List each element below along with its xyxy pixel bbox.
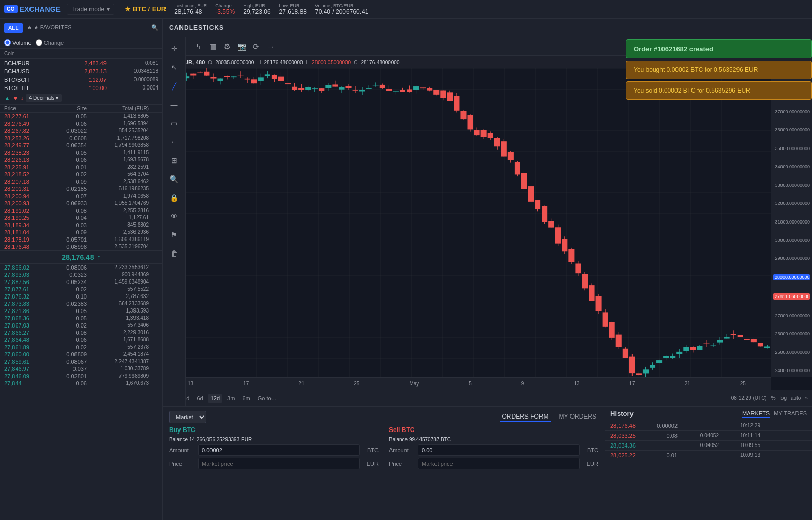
- measure-tool[interactable]: ⊞: [167, 153, 182, 168]
- lock-tool[interactable]: 🔒: [167, 190, 182, 205]
- ob-buy-row[interactable]: 27,873.830.02383664.2333689: [0, 300, 162, 307]
- ob-sell-row[interactable]: 28,181.040.092,536.2936: [0, 229, 162, 236]
- history-row[interactable]: 28,034.360.0405210:09:55: [605, 441, 812, 451]
- arrow-right-icon[interactable]: →: [264, 40, 277, 53]
- cursor-tool[interactable]: ↖: [167, 60, 182, 75]
- orders-form-tab[interactable]: ORDERS FORM: [500, 412, 551, 422]
- zoom-tool[interactable]: 🔍: [167, 172, 182, 186]
- back-tool[interactable]: ←: [167, 135, 182, 149]
- ob-buy-row[interactable]: 27,871.860.051,393.593: [0, 307, 162, 315]
- ob-sell-row[interactable]: 28,218.520.02564.3704: [0, 171, 162, 178]
- ob-sell-row[interactable]: 28,190.250.041,127.61: [0, 214, 162, 221]
- ob-sell-row[interactable]: 28,238.230.051,411.9115: [0, 149, 162, 156]
- coin-list-item[interactable]: BCH/EUR2,483.490.081: [0, 59, 162, 67]
- ob-sell-row[interactable]: 28,178.190.057011,606.4386119: [0, 236, 162, 243]
- price-level: 30000.00000000: [773, 237, 810, 243]
- change-radio-label[interactable]: Change: [36, 39, 64, 46]
- ob-sell-row[interactable]: 28,225.910.01282.2591: [0, 164, 162, 171]
- svg-rect-12: [197, 73, 203, 73]
- filter-icon-1[interactable]: ▲: [4, 95, 10, 102]
- pair-name[interactable]: ★ BTC / EUR: [125, 5, 167, 13]
- history-row[interactable]: 28,033.250.080.0405210:11:14: [605, 431, 812, 441]
- ob-buy-row[interactable]: 27,846.970.0371,030.33789: [0, 365, 162, 373]
- trade-mode-button[interactable]: Trade mode ▾: [67, 4, 114, 15]
- coin-list-item[interactable]: BCH/USD2,873.130.0348218: [0, 67, 162, 76]
- ob-buy-row[interactable]: 27,866.270.082,229.3016: [0, 329, 162, 336]
- tf-3m[interactable]: 3m: [224, 394, 237, 403]
- expand-icon[interactable]: »: [805, 395, 808, 401]
- ob-buy-row[interactable]: 27,868.360.051,393.418: [0, 315, 162, 322]
- ob-buy-row[interactable]: 27,859.610.080672,247.4341387: [0, 358, 162, 365]
- draw-rect-tool[interactable]: ▭: [167, 116, 182, 130]
- ob-buy-row[interactable]: 27,846.090.02801779.9689809: [0, 373, 162, 380]
- goto-button[interactable]: Go to...: [255, 394, 279, 403]
- time-label: 5: [469, 381, 472, 387]
- trash-tool[interactable]: 🗑: [167, 246, 182, 261]
- candle-chart-icon[interactable]: 🕯: [192, 40, 204, 53]
- ob-sell-row[interactable]: 28,276.490.061,696.5894: [0, 120, 162, 127]
- volume-radio[interactable]: [4, 39, 11, 46]
- history-row[interactable]: 28,176.480.0000210:12:29: [605, 421, 812, 431]
- tf-6m[interactable]: 6m: [239, 394, 252, 403]
- markets-tab[interactable]: MARKETS: [742, 410, 770, 418]
- draw-hline-tool[interactable]: —: [167, 97, 182, 112]
- sync-icon[interactable]: ⟳: [250, 40, 262, 53]
- ob-sell-row[interactable]: 28,201.310.02185616.1986235: [0, 185, 162, 192]
- ob-buy-row[interactable]: 27,860.000.088092,454.1874: [0, 351, 162, 358]
- change-label: Change: [215, 3, 235, 8]
- tf-6d[interactable]: 6d: [194, 394, 206, 403]
- ob-buy-row[interactable]: 27,876.320.102,787.632: [0, 293, 162, 300]
- sell-price-input[interactable]: [418, 458, 580, 469]
- ob-sell-row[interactable]: 28,200.940.071,974.0658: [0, 192, 162, 200]
- coin-list-item[interactable]: BTC/ETH100.000.0004: [0, 84, 162, 92]
- tf-12d[interactable]: 12d: [208, 394, 222, 403]
- ob-buy-row[interactable]: 27,864.480.061,671.8688: [0, 336, 162, 344]
- auto-button[interactable]: auto: [791, 395, 801, 401]
- ob-sell-row[interactable]: 28,189.340.03845.6802: [0, 221, 162, 229]
- ob-sell-row[interactable]: 28,207.180.092,538.6462: [0, 178, 162, 185]
- eye-tool[interactable]: 👁: [167, 209, 182, 224]
- svg-rect-32: [265, 74, 270, 76]
- log-button[interactable]: log: [780, 395, 787, 401]
- ob-sell-row[interactable]: 28,191.020.082,255.2816: [0, 207, 162, 214]
- ob-sell-row[interactable]: 28,176.480.089982,535.3196704: [0, 243, 162, 250]
- bar-chart-icon[interactable]: ▦: [206, 40, 219, 53]
- svg-rect-24: [238, 76, 244, 76]
- crosshair-tool[interactable]: ✛: [167, 41, 182, 56]
- draw-line-tool[interactable]: ╱: [167, 79, 182, 93]
- tab-all[interactable]: ALL: [4, 23, 23, 33]
- ob-buy-row[interactable]: 27,877.610.02557.5522: [0, 286, 162, 293]
- decimals-button[interactable]: 4 Decimals ▾: [26, 94, 62, 102]
- market-type-select[interactable]: Market: [169, 411, 206, 423]
- volume-radio-label[interactable]: Volume: [4, 39, 32, 46]
- ob-sell-row[interactable]: 28,226.130.061,693.5678: [0, 156, 162, 164]
- my-orders-tab[interactable]: MY ORDERS: [557, 412, 598, 422]
- my-trades-tab[interactable]: MY TRADES: [774, 410, 807, 418]
- filter-icon-3[interactable]: ↓: [21, 95, 24, 102]
- ob-buy-row[interactable]: 27,893.030.0323900.944869: [0, 271, 162, 278]
- ob-sell-row[interactable]: 28,200.930.069331,955.1704769: [0, 200, 162, 207]
- ob-sell-row[interactable]: 28,249.770.063541,794.9903858: [0, 142, 162, 149]
- history-row[interactable]: 28,025.220.0110:09:13: [605, 451, 812, 460]
- tab-favorites[interactable]: ★ ★ FAVORITES: [27, 24, 72, 31]
- ob-buy-row[interactable]: 27,8440.061,670.673: [0, 380, 162, 387]
- time-label: 25: [354, 381, 359, 387]
- time-label: 21: [298, 381, 304, 387]
- change-radio[interactable]: [36, 39, 42, 46]
- buy-amount-input[interactable]: [198, 444, 360, 456]
- ob-buy-row[interactable]: 27,896.020.080062,233.3553612: [0, 264, 162, 271]
- screenshot-icon[interactable]: 📷: [235, 40, 248, 53]
- settings-icon[interactable]: ⚙: [221, 40, 233, 53]
- ob-buy-row[interactable]: 27,887.560.052341,459.6348904: [0, 278, 162, 286]
- ob-buy-row[interactable]: 27,867.030.02557.3406: [0, 322, 162, 329]
- buy-price-input[interactable]: [198, 458, 360, 469]
- coin-list-item[interactable]: BTC/BCH112.070.0000089: [0, 76, 162, 84]
- ob-sell-row[interactable]: 28,277.610.051,413.8805: [0, 113, 162, 120]
- sell-amount-input[interactable]: [418, 444, 580, 456]
- ob-sell-row[interactable]: 28,267.820.03022854.2535204: [0, 127, 162, 135]
- flag-tool[interactable]: ⚑: [167, 228, 182, 242]
- ob-sell-row[interactable]: 28,253.260.06081,717.798208: [0, 135, 162, 142]
- ob-buy-row[interactable]: 27,861.890.02557.2378: [0, 344, 162, 351]
- search-icon[interactable]: 🔍: [151, 24, 158, 31]
- filter-icon-2[interactable]: ▼: [12, 95, 19, 102]
